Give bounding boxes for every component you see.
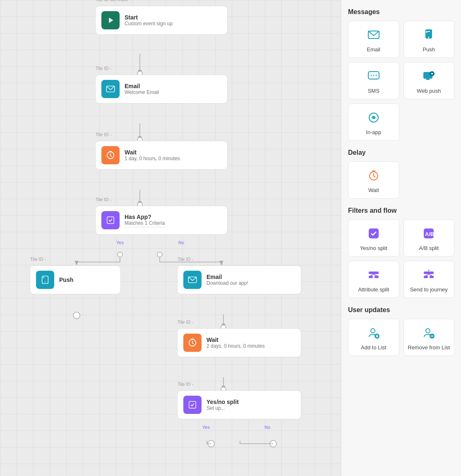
svg-rect-50 xyxy=(369,228,379,238)
sidebar-tile-webpush[interactable]: Web push xyxy=(403,62,455,99)
email1-icon xyxy=(101,80,120,98)
user-updates-grid: Add to List Remove from List xyxy=(348,319,454,356)
svg-rect-58 xyxy=(424,272,434,274)
messages-title: Messages xyxy=(348,8,454,16)
email-sidebar-icon xyxy=(367,28,380,43)
removelist-sidebar-label: Remove from List xyxy=(408,344,450,351)
tile-id-wait1: Tile ID - xyxy=(96,132,111,137)
sidebar: Messages Email Push xyxy=(341,0,461,476)
wait2-icon xyxy=(183,334,202,352)
hasapp-text: Has App? Matches 1 Criteria xyxy=(125,214,165,227)
sidebar-tile-removelist[interactable]: Remove from List xyxy=(403,319,455,356)
svg-line-62 xyxy=(429,274,432,276)
email2-icon xyxy=(183,271,202,289)
sidebar-tile-inapp[interactable]: In-app xyxy=(348,103,399,141)
sidebar-tile-push[interactable]: Push xyxy=(403,21,455,58)
removelist-sidebar-icon xyxy=(422,326,435,341)
svg-point-23 xyxy=(45,281,46,282)
svg-point-68 xyxy=(426,329,430,333)
svg-line-61 xyxy=(426,274,429,276)
sidebar-tile-attrsplit[interactable]: Attribute split xyxy=(348,261,399,298)
svg-point-39 xyxy=(375,75,377,76)
svg-point-43 xyxy=(431,73,433,75)
absplit-sidebar-icon: A/B xyxy=(422,227,435,242)
node-email1[interactable]: Tile ID - Email Welcome Email xyxy=(95,75,228,103)
svg-point-12 xyxy=(73,312,80,319)
attrsplit-sidebar-icon xyxy=(367,268,380,283)
svg-point-13 xyxy=(208,440,214,447)
attrsplit-sidebar-label: Attribute split xyxy=(358,286,389,293)
hasapp-icon xyxy=(101,211,120,229)
node-email2[interactable]: Tile ID - Email Download our app! xyxy=(177,265,301,294)
node-start[interactable]: Tile ID 3379485 Start Custom event sign … xyxy=(95,6,228,35)
sidebar-tile-sendjourney[interactable]: Send to journey xyxy=(403,261,455,298)
svg-rect-55 xyxy=(375,276,379,278)
push-sidebar-label: Push xyxy=(423,46,435,53)
sidebar-tile-yesno[interactable]: Yes/no split xyxy=(348,219,399,257)
svg-marker-63 xyxy=(428,270,430,272)
svg-point-14 xyxy=(270,440,276,447)
start-icon xyxy=(101,11,120,29)
push-icon xyxy=(36,271,54,289)
svg-rect-59 xyxy=(424,276,428,278)
messages-grid: Email Push SMS xyxy=(348,21,454,141)
svg-rect-35 xyxy=(427,31,430,32)
svg-point-64 xyxy=(371,329,375,333)
svg-rect-30 xyxy=(189,401,196,409)
webpush-sidebar-icon xyxy=(422,70,435,84)
inapp-sidebar-label: In-app xyxy=(366,129,381,135)
sms-sidebar-icon xyxy=(367,70,380,84)
svg-point-8 xyxy=(118,252,122,257)
start-text: Start Custom event sign up xyxy=(125,14,173,26)
sms-sidebar-label: SMS xyxy=(368,88,379,94)
svg-text:A/B: A/B xyxy=(425,231,434,237)
yesno-sidebar-icon xyxy=(367,227,380,242)
node-hasapp[interactable]: Tile ID - Has App? Matches 1 Criteria Ye… xyxy=(95,206,228,235)
branch-no-hasapp: No xyxy=(178,240,184,245)
branch-yes-yesno: Yes xyxy=(202,425,210,430)
email-sidebar-label: Email xyxy=(367,46,380,53)
sidebar-tile-absplit[interactable]: A/B A/B split xyxy=(403,219,455,257)
sidebar-tile-addlist[interactable]: Add to List xyxy=(348,319,399,356)
node-push[interactable]: Tile ID - Push xyxy=(30,265,121,294)
delay-grid: Wait xyxy=(348,161,454,199)
email2-text: Email Download our app! xyxy=(206,274,248,286)
addlist-sidebar-label: Add to List xyxy=(361,344,386,351)
svg-point-38 xyxy=(373,75,374,76)
wait1-icon xyxy=(101,146,120,164)
tile-id-start: Tile ID 3379485 xyxy=(96,0,127,2)
svg-point-33 xyxy=(428,36,430,38)
svg-line-57 xyxy=(374,274,377,276)
sidebar-tile-email[interactable]: Email xyxy=(348,21,399,58)
sendjourney-sidebar-label: Send to journey xyxy=(410,286,448,293)
tile-id-email2: Tile ID - xyxy=(178,257,193,262)
sidebar-tile-sms[interactable]: SMS xyxy=(348,62,399,99)
svg-line-56 xyxy=(371,274,374,276)
wait2-text: Wait 2 days, 0 hours, 0 minutes xyxy=(206,337,265,349)
sendjourney-sidebar-icon xyxy=(422,268,435,283)
node-yesnosplit[interactable]: Tile ID - Yes/no split Set up... Yes No xyxy=(177,390,301,419)
svg-rect-21 xyxy=(107,217,114,224)
sidebar-tile-wait[interactable]: Wait xyxy=(348,161,399,199)
flow-canvas[interactable]: Tile ID 3379485 Start Custom event sign … xyxy=(0,0,341,476)
branch-no-yesno: No xyxy=(264,425,270,430)
branch-yes-hasapp: Yes xyxy=(116,240,124,245)
svg-rect-53 xyxy=(369,272,379,274)
svg-line-48 xyxy=(374,176,375,177)
tile-id-yesno: Tile ID - xyxy=(178,382,193,387)
svg-point-37 xyxy=(370,75,372,76)
svg-rect-60 xyxy=(430,276,434,278)
inapp-sidebar-icon xyxy=(367,111,380,126)
addlist-sidebar-icon xyxy=(367,326,380,341)
node-wait2[interactable]: Tile ID - Wait 2 days, 0 hours, 0 minute… xyxy=(177,328,301,357)
tile-id-push: Tile ID - xyxy=(30,257,46,262)
wait-sidebar-label: Wait xyxy=(368,187,379,193)
yesno-icon xyxy=(183,396,202,414)
filters-title: Filters and flow xyxy=(348,207,454,214)
svg-point-34 xyxy=(426,31,427,33)
node-wait1[interactable]: Tile ID - Wait 1 day, 0 hours, 0 minutes xyxy=(95,141,228,170)
yesno-sidebar-label: Yes/no split xyxy=(360,245,387,251)
webpush-sidebar-label: Web push xyxy=(417,88,441,94)
svg-marker-15 xyxy=(109,18,113,23)
email1-text: Email Welcome Email xyxy=(125,83,159,95)
